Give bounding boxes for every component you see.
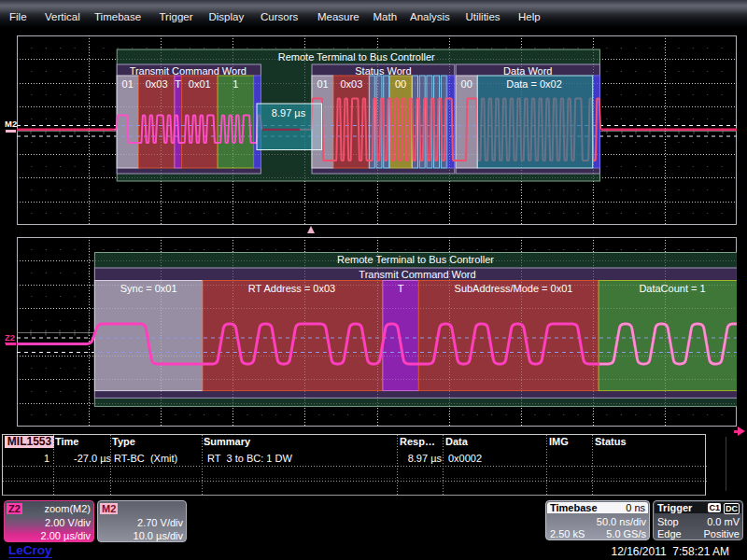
svg-text:Transmit Command Word: Transmit Command Word (130, 65, 247, 77)
svg-text:00: 00 (395, 78, 406, 90)
svg-text:Remote Terminal to Bus Control: Remote Terminal to Bus Controller (278, 51, 435, 63)
svg-text:Remote Terminal to Bus Control: Remote Terminal to Bus Controller (337, 254, 494, 265)
svg-text:Data Word: Data Word (503, 65, 552, 77)
svg-text:T: T (175, 78, 181, 90)
svg-text:T: T (398, 283, 404, 294)
svg-text:8.97 µs: 8.97 µs (272, 107, 306, 119)
svg-text:DataCount = 1: DataCount = 1 (639, 283, 705, 294)
svg-text:00: 00 (461, 78, 472, 90)
svg-text:SubAddress/Mode = 0x01: SubAddress/Mode = 0x01 (455, 283, 573, 294)
svg-text:1: 1 (233, 78, 238, 90)
svg-text:Transmit Command Word: Transmit Command Word (359, 269, 475, 280)
svg-text:0x01: 0x01 (189, 78, 211, 90)
svg-text:RT Address = 0x03: RT Address = 0x03 (248, 283, 335, 294)
svg-text:Sync = 0x01: Sync = 0x01 (120, 283, 177, 294)
svg-text:0x03: 0x03 (340, 78, 362, 90)
svg-text:Status Word: Status Word (355, 65, 411, 77)
svg-text:01: 01 (122, 78, 134, 90)
svg-text:0x03: 0x03 (146, 78, 168, 90)
svg-text:Data = 0x02: Data = 0x02 (506, 78, 562, 90)
svg-text:01: 01 (317, 78, 328, 90)
